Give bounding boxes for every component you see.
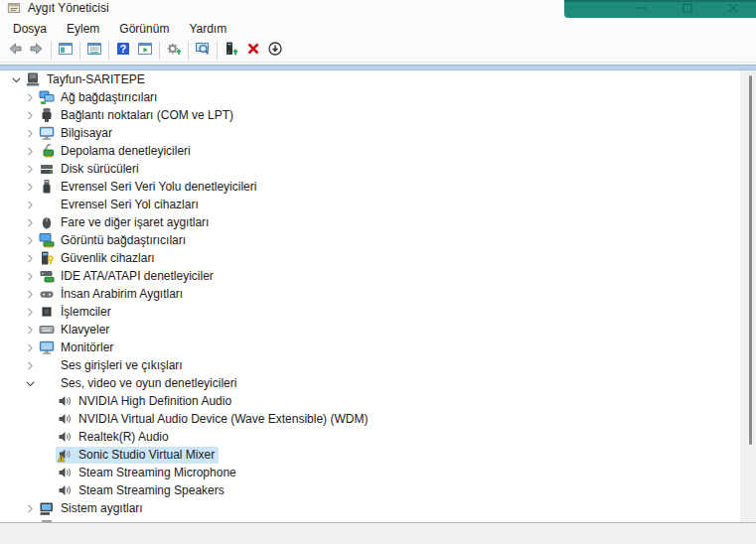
tree-item[interactable]: Ses, video ve oyun denetleyicileri <box>0 374 740 392</box>
row-content[interactable]: Görüntü bağdaştırıcıları <box>38 232 190 249</box>
chevron-right-icon[interactable] <box>22 107 38 123</box>
expander-spacer <box>40 447 56 463</box>
speaker-icon <box>57 465 73 480</box>
chevron-right-icon[interactable] <box>22 304 38 320</box>
uninstall-button[interactable] <box>242 41 264 61</box>
help-button[interactable]: ? <box>112 41 134 61</box>
chevron-right-icon[interactable] <box>22 357 38 373</box>
menu-eylem[interactable]: Eylem <box>58 20 108 38</box>
chevron-right-icon[interactable] <box>22 143 38 159</box>
chevron-right-icon[interactable] <box>22 179 38 195</box>
row-content[interactable]: Steam Streaming Microphone <box>56 465 240 481</box>
forward-icon <box>29 41 45 61</box>
computer-icon <box>39 125 55 141</box>
minimize-button[interactable] <box>619 2 665 18</box>
row-content[interactable]: Depolama denetleyicileri <box>38 143 195 160</box>
row-content[interactable]: Steam Streaming Speakers <box>56 482 228 499</box>
chevron-right-icon[interactable] <box>22 500 38 516</box>
device-driver-button[interactable] <box>221 41 242 61</box>
chevron-right-icon[interactable] <box>22 232 38 248</box>
maximize-icon <box>680 1 694 19</box>
tree-item[interactable]: Sistem aygıtları <box>0 499 740 517</box>
chevron-right-icon[interactable] <box>22 286 38 302</box>
chevron-down-icon[interactable] <box>22 375 38 391</box>
chevron-right-icon[interactable] <box>22 161 38 177</box>
tree-item[interactable]: Ağ bağdaştırıcıları <box>0 88 740 106</box>
chevron-right-icon[interactable] <box>22 268 38 284</box>
row-content[interactable]: IDE ATA/ATAPI denetleyiciler <box>38 268 218 285</box>
tree-item[interactable]: Güvenlik cihazları <box>0 249 740 267</box>
tree-item[interactable]: IDE ATA/ATAPI denetleyiciler <box>0 267 740 285</box>
tree-item[interactable]: Klavyeler <box>0 321 740 339</box>
row-content[interactable]: Realtek(R) Audio <box>56 429 173 446</box>
disable-button[interactable] <box>264 41 286 61</box>
tree-item[interactable]: Monitörler <box>0 339 740 356</box>
tree-item-label: Sistem aygıtları <box>61 501 143 515</box>
menu-yardm[interactable]: Yardım <box>180 20 235 38</box>
tree-item[interactable]: Realtek(R) Audio <box>0 428 740 446</box>
tree-item[interactable]: NVIDIA Virtual Audio Device (Wave Extens… <box>0 410 740 428</box>
row-content[interactable]: Tayfun-SARITEPE <box>24 71 149 88</box>
tree-item[interactable]: NVIDIA High Definition Audio <box>0 392 740 410</box>
tree-item[interactable]: Depolama denetleyicileri <box>0 142 740 160</box>
row-content[interactable]: Monitörler <box>38 340 117 356</box>
row-content[interactable]: Bağlantı noktaları (COM ve LPT) <box>38 107 237 124</box>
row-content[interactable]: Güvenlik cihazları <box>38 250 159 267</box>
chevron-right-icon[interactable] <box>22 250 38 266</box>
row-content[interactable]: Evrensel Seri Veri Yolu denetleyicileri <box>38 179 260 196</box>
scan-hardware-button[interactable] <box>192 41 214 61</box>
properties-button[interactable] <box>83 41 105 61</box>
action-pane-button[interactable] <box>134 41 156 61</box>
tree-item[interactable]: Bağlantı noktaları (COM ve LPT) <box>0 106 740 124</box>
vertical-scrollbar[interactable] <box>740 70 756 522</box>
chevron-right-icon[interactable] <box>22 125 38 141</box>
scan-hardware-icon <box>195 41 211 61</box>
row-content[interactable]: Ses, video ve oyun denetleyicileri <box>38 375 240 392</box>
tree-item[interactable]: Evrensel Seri Yol cihazları <box>0 196 740 213</box>
back-button[interactable] <box>4 41 26 61</box>
tree-item[interactable]: Bilgisayar <box>0 124 740 142</box>
tree-item[interactable]: Steam Streaming Speakers <box>0 481 740 499</box>
tree-item[interactable]: Ses girişleri ve çıkışları <box>0 356 740 374</box>
row-content[interactable]: Ağ bağdaştırıcıları <box>38 89 161 106</box>
forward-button[interactable] <box>26 41 48 61</box>
update-driver-button[interactable] <box>163 41 185 61</box>
row-content[interactable]: Evrensel Seri Yol cihazları <box>38 197 203 213</box>
row-content[interactable]: Disk sürücüleri <box>38 161 143 178</box>
selected-row-highlight[interactable]: Sonic Studio Virtual Mixer <box>56 447 219 464</box>
tree-item-label: Steam Streaming Microphone <box>78 466 236 479</box>
row-content[interactable]: İşlemciler <box>38 304 115 321</box>
speaker-icon <box>57 429 73 445</box>
scrollbar-thumb[interactable] <box>749 75 752 445</box>
tree-item[interactable]: Tayfun-SARITEPE <box>0 70 740 88</box>
chevron-right-icon[interactable] <box>22 214 38 230</box>
row-content[interactable]: İnsan Arabirim Aygıtları <box>38 286 187 303</box>
row-content[interactable]: Ses girişleri ve çıkışları <box>38 357 187 374</box>
tree-item[interactable]: Disk sürücüleri <box>0 160 740 178</box>
row-content[interactable]: NVIDIA High Definition Audio <box>56 393 235 410</box>
chevron-right-icon[interactable] <box>22 322 38 338</box>
row-content[interactable]: Bilgisayar <box>38 125 116 142</box>
row-content[interactable]: NVIDIA Virtual Audio Device (Wave Extens… <box>56 411 372 428</box>
console-tree-button[interactable] <box>55 41 76 61</box>
tree-item[interactable]: Görüntü bağdaştırıcıları <box>0 231 740 249</box>
chevron-right-icon[interactable] <box>22 197 38 212</box>
row-content[interactable]: Klavyeler <box>38 322 113 339</box>
maximize-button[interactable] <box>665 2 710 18</box>
chevron-right-icon[interactable] <box>22 340 38 355</box>
row-content[interactable]: Fare ve diğer işaret aygıtları <box>38 214 213 231</box>
tree-item[interactable]: Steam Streaming Microphone <box>0 464 740 481</box>
tree-item[interactable]: Sonic Studio Virtual Mixer <box>0 446 740 464</box>
tree-item[interactable]: İnsan Arabirim Aygıtları <box>0 285 740 303</box>
chevron-down-icon[interactable] <box>8 71 24 87</box>
menu-grnm[interactable]: Görünüm <box>110 20 178 38</box>
tree-item[interactable]: Evrensel Seri Veri Yolu denetleyicileri <box>0 178 740 196</box>
expander-spacer <box>40 411 56 427</box>
row-content[interactable]: Sistem aygıtları <box>38 500 147 517</box>
tree-item[interactable]: İşlemciler <box>0 303 740 321</box>
menu-dosya[interactable]: Dosya <box>4 20 56 38</box>
close-button[interactable] <box>710 2 756 18</box>
tree-item[interactable]: Fare ve diğer işaret aygıtları <box>0 213 740 231</box>
chevron-right-icon[interactable] <box>22 89 38 105</box>
expander-spacer <box>40 429 56 445</box>
